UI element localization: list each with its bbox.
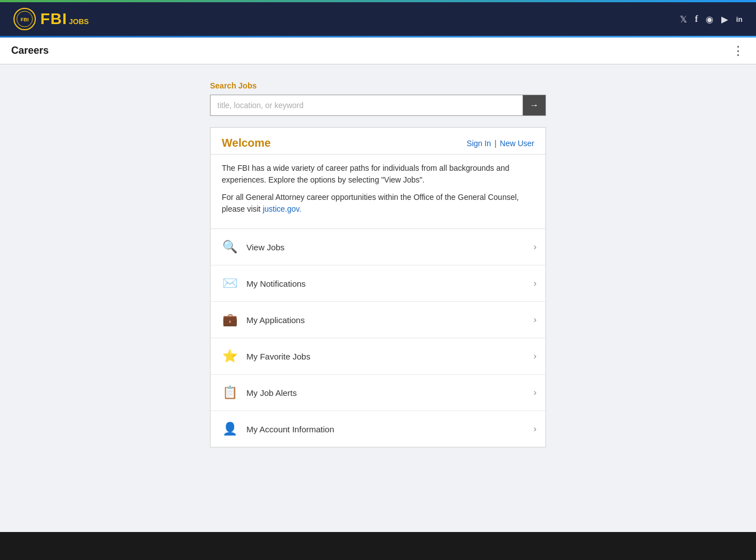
- my-notifications-chevron-icon: ›: [534, 278, 536, 288]
- menu-item-my-favorite-jobs[interactable]: ⭐ My Favorite Jobs ›: [211, 338, 545, 375]
- search-button[interactable]: →: [522, 95, 546, 116]
- welcome-section: Welcome Sign In | New User The FBI has a…: [210, 127, 546, 447]
- linkedin-icon[interactable]: in: [736, 15, 743, 24]
- my-account-information-icon: 👤: [220, 419, 240, 439]
- my-favorite-jobs-chevron-icon: ›: [534, 351, 536, 361]
- view-jobs-icon: 🔍: [220, 237, 240, 257]
- search-label: Search Jobs: [210, 81, 546, 90]
- my-notifications-label: My Notifications: [246, 279, 534, 288]
- my-notifications-icon: ✉️: [220, 273, 240, 293]
- my-applications-chevron-icon: ›: [534, 315, 536, 325]
- view-jobs-chevron-icon: ›: [534, 242, 536, 252]
- search-section: Search Jobs →: [210, 81, 546, 116]
- my-favorite-jobs-label: My Favorite Jobs: [246, 352, 534, 361]
- svg-text:FBI: FBI: [21, 17, 29, 22]
- justice-gov-link[interactable]: justice.gov.: [263, 204, 301, 213]
- jobs-logo-label: JOBS: [69, 17, 88, 26]
- welcome-title: Welcome: [222, 137, 270, 150]
- welcome-paragraph-2: For all General Attorney career opportun…: [222, 192, 534, 215]
- sign-in-link[interactable]: Sign In: [466, 139, 491, 148]
- more-options-button[interactable]: ⋮: [732, 44, 745, 58]
- search-row: →: [210, 95, 546, 116]
- main-content: Search Jobs → Welcome Sign In | New User…: [0, 64, 756, 464]
- new-user-link[interactable]: New User: [500, 139, 534, 148]
- welcome-header: Welcome Sign In | New User: [211, 128, 545, 155]
- auth-separator: |: [494, 139, 497, 148]
- menu-list: 🔍 View Jobs › ✉️ My Notifications › 💼 My…: [211, 228, 545, 447]
- menu-item-my-job-alerts[interactable]: 📋 My Job Alerts ›: [211, 375, 545, 411]
- search-arrow-icon: →: [530, 100, 539, 110]
- menu-item-my-applications[interactable]: 💼 My Applications ›: [211, 302, 545, 338]
- twitter-icon[interactable]: 𝕏: [680, 14, 687, 25]
- my-job-alerts-chevron-icon: ›: [534, 388, 536, 398]
- menu-item-my-notifications[interactable]: ✉️ My Notifications ›: [211, 265, 545, 302]
- fbi-logo-label: FBI: [40, 10, 67, 28]
- view-jobs-label: View Jobs: [246, 242, 534, 252]
- my-job-alerts-icon: 📋: [220, 382, 240, 403]
- site-footer: [0, 532, 756, 560]
- welcome-body: The FBI has a wide variety of career pat…: [211, 155, 545, 228]
- menu-item-view-jobs[interactable]: 🔍 View Jobs ›: [211, 229, 545, 265]
- my-account-information-chevron-icon: ›: [534, 424, 536, 434]
- menu-item-my-account-information[interactable]: 👤 My Account Information ›: [211, 411, 545, 447]
- instagram-icon[interactable]: ◉: [706, 14, 713, 25]
- facebook-icon[interactable]: f: [695, 14, 698, 24]
- my-applications-label: My Applications: [246, 315, 534, 325]
- site-header: FBI FBIJOBS 𝕏 f ◉ ▶ in: [0, 2, 756, 36]
- fbi-seal-icon: FBI: [13, 8, 36, 30]
- careers-bar: Careers ⋮: [0, 38, 756, 64]
- logo-text: FBIJOBS: [40, 10, 89, 28]
- auth-links: Sign In | New User: [466, 139, 534, 148]
- my-job-alerts-label: My Job Alerts: [246, 388, 534, 398]
- careers-title: Careers: [11, 45, 49, 57]
- social-icons-group: 𝕏 f ◉ ▶ in: [680, 14, 743, 25]
- content-wrapper: Search Jobs → Welcome Sign In | New User…: [210, 81, 546, 447]
- my-applications-icon: 💼: [220, 310, 240, 330]
- welcome-paragraph-1: The FBI has a wide variety of career pat…: [222, 162, 534, 186]
- my-favorite-jobs-icon: ⭐: [220, 346, 240, 366]
- search-input[interactable]: [210, 95, 522, 116]
- my-account-information-label: My Account Information: [246, 424, 534, 434]
- logo-area[interactable]: FBI FBIJOBS: [13, 8, 89, 30]
- youtube-icon[interactable]: ▶: [721, 14, 728, 25]
